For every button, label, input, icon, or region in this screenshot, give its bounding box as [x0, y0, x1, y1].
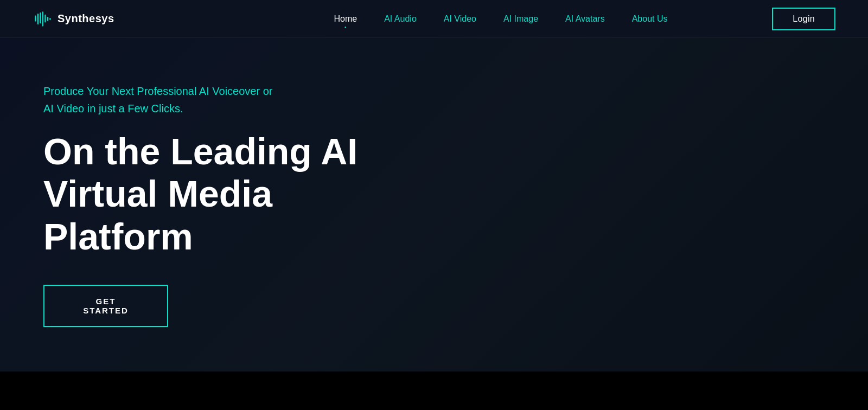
hero-title: On the Leading AI Virtual Media Platform — [43, 130, 423, 258]
nav-link-home[interactable]: Home — [334, 14, 358, 23]
nav-item-ai-avatars[interactable]: AI Avatars — [565, 14, 605, 24]
navbar: Synthesys Home AI Audio AI Video AI Imag… — [0, 0, 868, 38]
bottom-strip — [0, 371, 868, 410]
nav-item-about-us[interactable]: About Us — [632, 14, 668, 24]
nav-link-about-us[interactable]: About Us — [632, 14, 668, 23]
nav-link-ai-video[interactable]: AI Video — [444, 14, 476, 23]
logo-text: Synthesys — [58, 12, 114, 25]
nav-link-ai-image[interactable]: AI Image — [503, 14, 538, 23]
hero-subtitle: Produce Your Next Professional AI Voiceo… — [43, 82, 396, 117]
logo[interactable]: Synthesys — [33, 9, 114, 29]
login-button[interactable]: Login — [772, 8, 835, 30]
hero-section: Produce Your Next Professional AI Voiceo… — [0, 38, 868, 371]
logo-icon — [33, 9, 52, 29]
nav-item-ai-image[interactable]: AI Image — [503, 14, 538, 24]
nav-item-ai-video[interactable]: AI Video — [444, 14, 476, 24]
nav-links: Home AI Audio AI Video AI Image AI Avata… — [334, 14, 668, 24]
get-started-button[interactable]: GET STARTED — [43, 285, 168, 327]
nav-item-home[interactable]: Home — [334, 14, 358, 24]
nav-link-ai-audio[interactable]: AI Audio — [384, 14, 417, 23]
nav-item-ai-audio[interactable]: AI Audio — [384, 14, 417, 24]
nav-link-ai-avatars[interactable]: AI Avatars — [565, 14, 605, 23]
